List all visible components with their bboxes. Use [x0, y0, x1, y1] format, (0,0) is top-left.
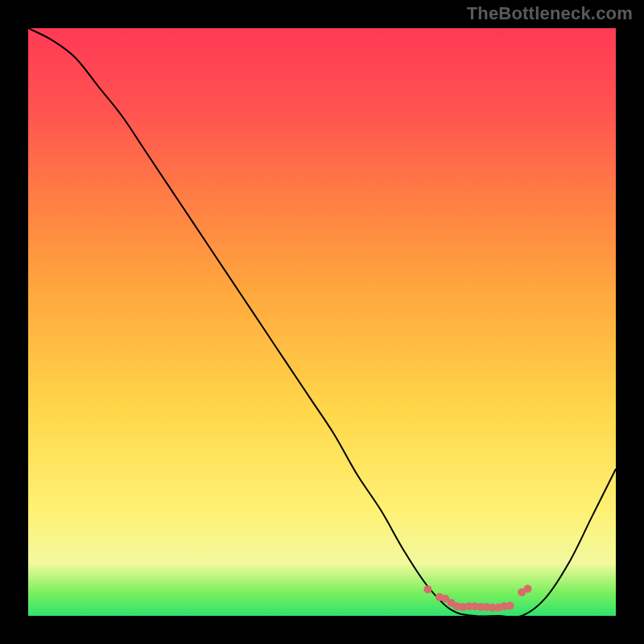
optimal-marker: [524, 584, 532, 592]
chart-container: TheBottleneck.com: [0, 0, 644, 644]
optimal-markers: [423, 584, 531, 611]
chart-svg: [28, 28, 616, 616]
bottleneck-curve: [28, 28, 616, 616]
watermark-text: TheBottleneck.com: [467, 3, 633, 24]
optimal-marker: [506, 602, 514, 610]
optimal-marker: [423, 585, 431, 593]
